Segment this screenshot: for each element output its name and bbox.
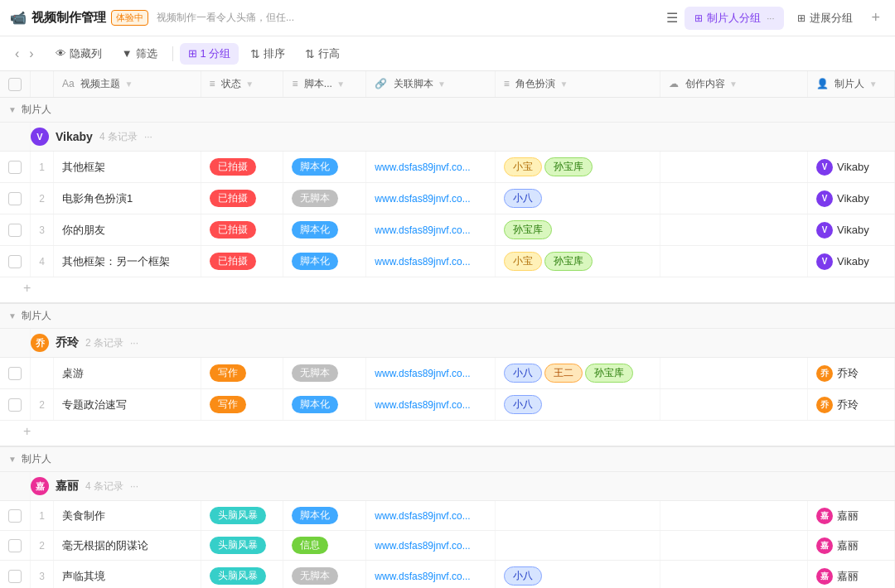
row-status[interactable]: 已拍摄 [201, 152, 283, 183]
title-sort-icon[interactable]: ▼ [124, 80, 133, 89]
producer-avatar: 嘉 [816, 568, 833, 585]
row-link-anchor[interactable]: www.dsfas89jnvf.co... [375, 571, 470, 582]
group-label-row: ▼ 制片人 [0, 303, 895, 329]
row-checkbox[interactable] [8, 161, 22, 174]
link-sort-icon[interactable]: ▼ [438, 80, 446, 89]
row-status[interactable]: 头脑风暴 [201, 501, 283, 531]
row-link-anchor[interactable]: www.dsfas89jnvf.co... [375, 540, 470, 552]
row-status[interactable]: 写作 [201, 389, 283, 421]
col-title[interactable]: Aa 视频主题 ▼ [54, 71, 201, 98]
row-status[interactable]: 头脑风暴 [201, 531, 283, 561]
row-link[interactable]: www.dsfas89jnvf.co... [366, 152, 495, 183]
row-checkbox[interactable] [8, 224, 22, 237]
row-link[interactable]: www.dsfas89jnvf.co... [366, 501, 495, 531]
row-title[interactable]: 声临其境 [54, 561, 201, 589]
row-checkbox[interactable] [8, 398, 22, 412]
row-checkbox[interactable] [8, 367, 22, 380]
content-sort-icon[interactable]: ▼ [729, 80, 738, 89]
tab-progress[interactable]: ⊞ 进展分组 [787, 7, 863, 30]
row-link[interactable]: www.dsfas89jnvf.co... [366, 183, 495, 214]
table-row: 2 毫无根据的阴谋论 头脑风暴 信息 www.dsfas89jnvf.co...… [0, 531, 895, 561]
row-link-anchor[interactable]: www.dsfas89jnvf.co... [375, 368, 470, 379]
row-script[interactable]: 信息 [283, 531, 366, 561]
row-status[interactable]: 已拍摄 [201, 246, 283, 277]
row-title[interactable]: 你的朋友 [54, 214, 201, 246]
back-button[interactable]: ‹ [12, 45, 22, 63]
group-more-qiaoling[interactable]: ··· [130, 337, 138, 349]
add-row-button[interactable]: + [0, 277, 895, 304]
row-script[interactable]: 脚本化 [283, 246, 366, 277]
col-status[interactable]: ≡ 状态 ▼ [201, 71, 283, 98]
row-script[interactable]: 脚本化 [283, 389, 366, 421]
row-link[interactable]: www.dsfas89jnvf.co... [366, 358, 495, 389]
row-status[interactable]: 写作 [201, 358, 283, 389]
group-label-text: 制片人 [22, 309, 51, 323]
producer-cell: V Vikaby [816, 190, 886, 207]
group-arrow-qiaoling[interactable]: ▼ [8, 311, 17, 321]
row-script[interactable]: 脚本化 [283, 501, 366, 531]
col-link[interactable]: 🔗 关联脚本 ▼ [366, 71, 495, 98]
row-title[interactable]: 美食制作 [54, 501, 201, 531]
row-script[interactable]: 无脚本 [283, 358, 366, 389]
row-link-anchor[interactable]: www.dsfas89jnvf.co... [375, 224, 470, 236]
add-tab-button[interactable]: + [866, 7, 885, 28]
sort-icon: ⇅ [250, 47, 260, 60]
row-link-anchor[interactable]: www.dsfas89jnvf.co... [375, 193, 470, 205]
producer-sort-icon[interactable]: ▼ [869, 80, 878, 89]
header-checkbox[interactable] [8, 78, 22, 91]
row-title[interactable]: 电影角色扮演1 [54, 183, 201, 214]
add-row-button[interactable]: + [0, 421, 895, 447]
sort-button[interactable]: ⇅ 排序 [242, 43, 293, 65]
col-producer[interactable]: 👤 制片人 ▼ [807, 71, 894, 98]
col-role[interactable]: ≡ 角色扮演 ▼ [495, 71, 660, 98]
role-sort-icon[interactable]: ▼ [559, 80, 568, 89]
row-title[interactable]: 其他框架 [54, 152, 201, 183]
row-title[interactable]: 专题政治速写 [54, 389, 201, 421]
row-title[interactable]: 桌游 [54, 358, 201, 389]
row-producer: 嘉 嘉丽 [807, 561, 894, 589]
group-arrow-jiali[interactable]: ▼ [8, 455, 17, 464]
tab-sheets[interactable]: ⊞ 制片人分组 ··· [685, 7, 784, 30]
row-status[interactable]: 已拍摄 [201, 183, 283, 214]
row-link[interactable]: www.dsfas89jnvf.co... [366, 214, 495, 246]
tab-sheets-more[interactable]: ··· [767, 13, 774, 23]
script-sort-icon[interactable]: ▼ [336, 80, 345, 89]
filter-button[interactable]: ▼ 筛选 [114, 43, 166, 65]
row-height-button[interactable]: ⇅ 行高 [297, 43, 348, 65]
row-link-anchor[interactable]: www.dsfas89jnvf.co... [375, 399, 470, 411]
group-more-vikaby[interactable]: ··· [144, 131, 152, 142]
row-script[interactable]: 无脚本 [283, 561, 366, 589]
group-arrow-vikaby[interactable]: ▼ [8, 105, 17, 114]
forward-button[interactable]: › [26, 45, 36, 63]
row-checkbox[interactable] [8, 539, 22, 552]
row-link-anchor[interactable]: www.dsfas89jnvf.co... [375, 161, 470, 173]
producer-avatar: V [816, 253, 833, 270]
col-script[interactable]: ≡ 脚本... ▼ [283, 71, 366, 98]
row-status[interactable]: 已拍摄 [201, 214, 283, 246]
row-link[interactable]: www.dsfas89jnvf.co... [366, 389, 495, 421]
group-button[interactable]: ⊞ 1 分组 [180, 43, 239, 65]
row-checkbox[interactable] [8, 570, 22, 583]
row-link[interactable]: www.dsfas89jnvf.co... [366, 531, 495, 561]
row-checkbox[interactable] [8, 192, 22, 205]
row-roles: 小八王二孙宝库 [495, 358, 660, 389]
hide-cols-button[interactable]: 👁 隐藏列 [47, 43, 110, 65]
row-status[interactable]: 头脑风暴 [201, 561, 283, 589]
row-title[interactable]: 其他框架：另一个框架 [54, 246, 201, 277]
row-link-anchor[interactable]: www.dsfas89jnvf.co... [375, 256, 470, 267]
menu-button[interactable]: ☰ [660, 7, 685, 29]
row-roles: 小八 [495, 561, 660, 589]
row-title[interactable]: 毫无根据的阴谋论 [54, 531, 201, 561]
row-script[interactable]: 脚本化 [283, 214, 366, 246]
row-link[interactable]: www.dsfas89jnvf.co... [366, 246, 495, 277]
group-label-row: ▼ 制片人 [0, 446, 895, 472]
row-link[interactable]: www.dsfas89jnvf.co... [366, 561, 495, 589]
row-checkbox[interactable] [8, 255, 22, 268]
group-more-jiali[interactable]: ··· [130, 480, 138, 492]
col-content[interactable]: ☁ 创作内容 ▼ [660, 71, 808, 98]
row-script[interactable]: 无脚本 [283, 183, 366, 214]
row-checkbox[interactable] [8, 509, 22, 523]
row-script[interactable]: 脚本化 [283, 152, 366, 183]
row-link-anchor[interactable]: www.dsfas89jnvf.co... [375, 510, 470, 522]
status-sort-icon[interactable]: ▼ [245, 80, 254, 89]
